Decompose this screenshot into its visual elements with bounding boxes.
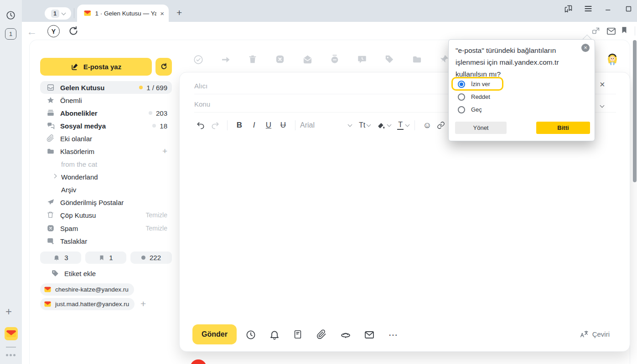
underline-button[interactable]: U [261,121,276,130]
attach-icon[interactable] [316,329,327,340]
radio-deny[interactable]: Reddet [458,93,490,101]
sidebar-divider [6,347,16,348]
scrollbar-thumb[interactable] [633,40,637,182]
delete-icon[interactable] [248,54,259,65]
snooze-icon[interactable] [330,54,341,65]
attach-from-disk-icon[interactable] [340,329,351,340]
sidebar-item-important[interactable]: Önemli [40,94,172,107]
panels-icon[interactable] [562,2,575,15]
more-actions-icon[interactable]: ⋯ [388,329,399,340]
sidebar-item-drafts[interactable]: Taslaklar [40,235,172,247]
share-icon[interactable] [591,26,601,36]
sidebar-item-spam[interactable]: Spam Temizle [40,222,172,235]
send-button[interactable]: Gönder [192,324,237,344]
compose-button[interactable]: E-posta yaz [40,58,152,76]
maximize-button[interactable] [622,2,635,15]
chevron-right-icon[interactable] [52,174,57,179]
radio-skip[interactable]: Geç [458,106,482,113]
font-size-select[interactable]: Tt [359,121,370,129]
sidebar-item-subscriptions[interactable]: Abonelikler 203 [40,107,172,119]
select-all-icon[interactable] [193,54,204,65]
schedule-send-icon[interactable] [245,329,256,340]
history-icon[interactable] [5,10,16,21]
radio-allow[interactable]: İzin ver [458,80,490,88]
redo-icon[interactable] [208,121,223,130]
account-chip[interactable]: cheshire-katze@yandex.ru [40,283,134,296]
highlight-color-button[interactable] [377,121,391,130]
subject-field[interactable] [194,97,450,111]
compose-collapse-icon[interactable] [601,101,604,109]
template-icon[interactable] [293,329,304,340]
tab-active[interactable]: 1 · Gelen Kutusu — Yandex Mail × [77,5,169,22]
unread-dot [149,111,152,115]
sidebar-item-social[interactable]: Sosyal medya 18 [40,119,172,132]
yandex-button[interactable]: Y [47,25,60,37]
back-icon[interactable]: ← [26,26,37,38]
empty-trash-action[interactable]: Temizle [146,211,167,219]
mail-notifier-icon[interactable] [606,26,616,36]
message-body[interactable] [181,134,629,318]
sidebar-item-attachments[interactable]: Eki olanlar [40,132,172,145]
move-folder-icon[interactable] [412,54,423,65]
reminders-badge[interactable]: 3 [40,251,81,264]
label-icon[interactable] [384,54,395,65]
note-icon[interactable] [357,54,368,65]
new-tab-button[interactable]: + [176,7,182,18]
empty-spam-action[interactable]: Temizle [146,225,167,232]
dialog-close-icon[interactable]: × [581,44,590,52]
tab-group-chip[interactable]: 1 [45,7,71,20]
emoji-icon[interactable]: ☺ [420,120,434,130]
compose-close-icon[interactable]: × [600,81,605,88]
translate-button[interactable]: Çeviri [580,329,610,338]
sidebar-item-trash[interactable]: Çöp Kutusu Temizle [40,209,172,221]
bold-button[interactable]: B [232,121,247,130]
reload-icon[interactable] [68,26,79,36]
menu-icon[interactable] [582,2,595,15]
strikethrough-button[interactable]: U [276,121,290,130]
radio-selected-icon[interactable] [458,81,465,88]
account-chip[interactable]: just.mad.hatter@yandex.ru [40,298,135,310]
yandex-mail-favicon [83,9,92,17]
minimize-button[interactable] [602,2,615,15]
chevron-down-icon [61,10,66,15]
avatar[interactable] [605,52,620,67]
sidebar-add-icon[interactable]: + [5,307,12,317]
forward-icon[interactable] [220,54,231,65]
add-account-icon[interactable]: + [140,298,146,309]
chevron-down-icon[interactable] [348,123,352,127]
compose-actions: ⋯ [245,329,399,340]
yandex-mail-app-icon[interactable] [5,327,18,340]
tab-count-chip[interactable]: 1 [5,28,16,40]
sidebar-more-icon[interactable] [6,354,16,356]
to-field[interactable] [194,79,450,92]
mark-read-icon[interactable] [302,54,313,65]
unread-badge[interactable]: 222 [130,251,172,264]
notify-icon[interactable] [269,329,280,340]
sidebar-item-from-the-cat[interactable]: from the cat [40,158,172,170]
sidebar-item-my-folders[interactable]: Klasörlerim + [40,145,172,158]
sidebar-item-inbox[interactable]: Gelen Kutusu 1 / 699 [40,81,172,94]
toolbar-divider [635,26,635,36]
postcard-icon[interactable] [364,329,375,340]
font-family-select[interactable]: Arial [300,121,348,129]
undo-icon[interactable] [193,121,208,130]
translate-icon [580,329,589,338]
sidebar-item-wonderland[interactable]: Wonderland [40,170,172,183]
bookmarks-badge[interactable]: 1 [85,251,126,264]
manage-button[interactable]: Yönet [455,122,507,134]
link-icon[interactable] [434,121,448,129]
check-mail-button[interactable] [155,58,172,76]
italic-button[interactable]: I [247,121,261,130]
text-color-button[interactable]: T [397,121,409,130]
done-button[interactable]: Bitti [536,122,590,134]
sidebar-item-archive[interactable]: Arşiv [40,183,172,196]
radio-icon[interactable] [458,93,465,101]
yandex-mail-favicon [44,286,52,293]
spam-icon[interactable] [275,54,286,65]
tab-close-icon[interactable]: × [160,10,164,17]
sidebar-item-sent[interactable]: Gönderilmiş Postalar [40,196,172,209]
add-folder-icon[interactable]: + [162,146,167,156]
bookmark-icon[interactable] [620,26,628,35]
radio-icon[interactable] [458,106,465,113]
add-tag-button[interactable]: Etiket ekle [51,269,96,277]
